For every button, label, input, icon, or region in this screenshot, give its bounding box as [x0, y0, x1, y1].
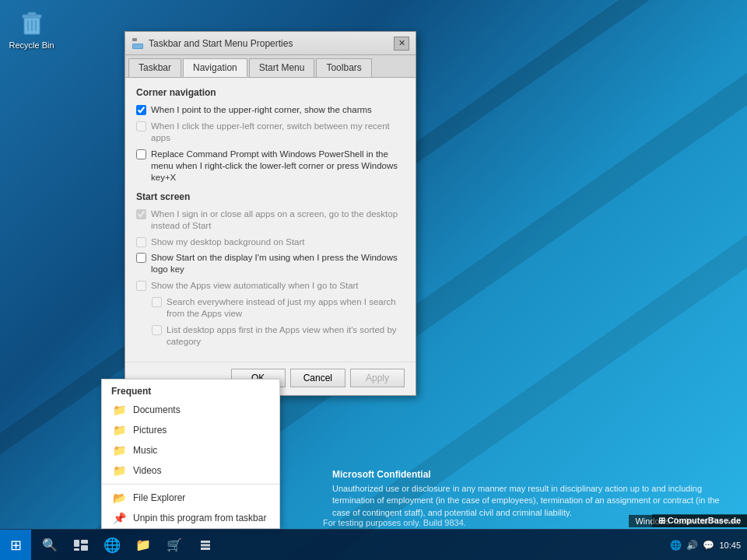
show-start-checkbox[interactable]	[136, 253, 146, 263]
checkbox-row-1: When I point to the upper-right corner, …	[136, 104, 405, 116]
store-icon[interactable]: 🛒	[159, 530, 190, 561]
file-explorer-icon: 📂	[111, 492, 127, 504]
music-label: Music	[133, 445, 157, 456]
popup-item-file-explorer[interactable]: 📂 File Explorer	[102, 488, 279, 508]
svg-rect-11	[81, 545, 88, 551]
start-screen-title: Start screen	[136, 191, 405, 202]
videos-label: Videos	[133, 465, 161, 476]
taskbar-taskview-icon[interactable]	[65, 530, 96, 561]
corner-nav-title: Corner navigation	[136, 87, 405, 98]
charms-label: When I point to the upper-right corner, …	[151, 104, 372, 116]
powershell-checkbox[interactable]	[136, 149, 146, 159]
list-desktop-checkbox[interactable]	[152, 325, 162, 335]
search-everywhere-label: Search everywhere instead of just my app…	[167, 296, 405, 320]
computerbase-logo: ⊞ ComputerBase.de	[658, 516, 741, 526]
file-explorer-label: File Explorer	[133, 492, 185, 503]
dialog-tabs: Taskbar Navigation Start Menu Toolbars	[125, 55, 416, 78]
unpin-label: Unpin this program from taskbar	[133, 513, 266, 523]
switch-apps-checkbox[interactable]	[136, 121, 146, 131]
svg-rect-13	[201, 541, 210, 543]
list-desktop-label: List desktop apps first in the Apps view…	[167, 324, 405, 348]
goto-desktop-checkbox[interactable]	[136, 209, 146, 219]
svg-rect-12	[74, 548, 79, 551]
checkbox-row-8: Search everywhere instead of just my app…	[152, 296, 405, 320]
folder-icon-music: 📁	[111, 444, 127, 457]
build-text: For testing purposes only. Build 9834.	[323, 518, 466, 527]
internet-explorer-icon[interactable]: 🌐	[96, 530, 128, 561]
goto-desktop-label: When I sign in or close all apps on a sc…	[151, 208, 405, 232]
recycle-bin-label: Recycle Bin	[9, 40, 54, 51]
taskbar-properties-dialog: Taskbar and Start Menu Properties ✕ Task…	[124, 31, 416, 396]
tab-toolbars[interactable]: Toolbars	[316, 58, 371, 77]
folder-icon-documents: 📁	[111, 404, 127, 416]
desktop-bg-checkbox[interactable]	[136, 237, 146, 247]
popup-item-unpin[interactable]: 📌 Unpin this program from taskbar	[102, 508, 279, 528]
action-center-icon[interactable]: 💬	[703, 540, 714, 551]
charms-checkbox[interactable]	[136, 105, 146, 115]
tab-taskbar[interactable]: Taskbar	[128, 58, 181, 77]
cancel-button[interactable]: Cancel	[290, 369, 345, 387]
svg-rect-14	[201, 544, 210, 546]
popup-item-documents[interactable]: 📁 Documents	[102, 400, 279, 420]
documents-label: Documents	[133, 404, 181, 415]
svg-rect-2	[28, 12, 36, 16]
folder-icon-pictures: 📁	[111, 424, 127, 436]
popup-separator	[102, 484, 279, 485]
dialog-title: Taskbar and Start Menu Properties	[149, 38, 293, 49]
search-everywhere-checkbox[interactable]	[152, 297, 162, 307]
checkbox-row-6: Show Start on the display I'm using when…	[136, 252, 405, 275]
pictures-label: Pictures	[133, 425, 167, 436]
svg-rect-7	[132, 38, 137, 41]
speaker-tray-icon[interactable]: 🔊	[686, 540, 698, 551]
recycle-bin-icon[interactable]: Recycle Bin	[6, 6, 57, 51]
taskbar-settings-icon[interactable]	[190, 530, 221, 561]
unpin-icon: 📌	[111, 512, 127, 524]
desktop-bg-label: Show my desktop background on Start	[151, 236, 305, 248]
tab-startmenu[interactable]: Start Menu	[249, 58, 315, 77]
popup-menu: Frequent 📁 Documents 📁 Pictures 📁 Music …	[101, 379, 280, 529]
popup-item-videos[interactable]: 📁 Videos	[102, 460, 279, 481]
taskbar: ⊞ 🔍 🌐 📁 🛒	[0, 529, 747, 560]
apply-button[interactable]: Apply	[350, 369, 405, 387]
confidential-title: Microsoft Confidential	[332, 469, 738, 480]
show-start-label: Show Start on the display I'm using when…	[151, 252, 405, 275]
folder-icon-videos: 📁	[111, 464, 127, 477]
apps-view-label: Show the Apps view automatically when I …	[151, 280, 359, 292]
svg-rect-9	[74, 540, 79, 547]
checkbox-row-4: When I sign in or close all apps on a sc…	[136, 208, 405, 232]
popup-section-title: Frequent	[102, 380, 279, 400]
powershell-label: Replace Command Prompt with Windows Powe…	[151, 149, 405, 184]
tab-navigation[interactable]: Navigation	[183, 58, 247, 77]
file-explorer-taskbar-icon[interactable]: 📁	[128, 530, 159, 561]
checkbox-row-7: Show the Apps view automatically when I …	[136, 280, 405, 292]
desktop: Recycle Bin Taskbar and Start Menu Prope…	[0, 0, 747, 560]
system-tray: 🌐 🔊 💬 10:45	[670, 540, 747, 551]
checkbox-row-9: List desktop apps first in the Apps view…	[152, 324, 405, 348]
computerbase-watermark: ⊞ ComputerBase.de	[652, 514, 747, 527]
checkbox-row-2: When I click the upper-left corner, swit…	[136, 121, 405, 144]
popup-item-pictures[interactable]: 📁 Pictures	[102, 420, 279, 440]
clock-time: 10:45	[719, 541, 741, 550]
dialog-close-button[interactable]: ✕	[394, 37, 409, 51]
apps-view-checkbox[interactable]	[136, 281, 146, 291]
taskbar-icons: 🔍 🌐 📁 🛒	[31, 530, 224, 561]
system-clock[interactable]: 10:45	[719, 541, 741, 550]
checkbox-row-3: Replace Command Prompt with Windows Powe…	[136, 149, 405, 184]
dialog-content: Corner navigation When I point to the up…	[125, 78, 416, 362]
windows-logo: ⊞	[10, 537, 22, 554]
svg-rect-15	[201, 548, 210, 550]
switch-apps-label: When I click the upper-left corner, swit…	[151, 121, 405, 144]
start-button[interactable]: ⊞	[0, 530, 31, 561]
svg-rect-8	[133, 44, 142, 48]
svg-rect-10	[81, 540, 88, 544]
taskbar-search-icon[interactable]: 🔍	[34, 530, 65, 561]
network-tray-icon[interactable]: 🌐	[670, 540, 682, 551]
checkbox-row-5: Show my desktop background on Start	[136, 236, 405, 248]
popup-item-music[interactable]: 📁 Music	[102, 440, 279, 460]
dialog-titlebar: Taskbar and Start Menu Properties ✕	[125, 32, 416, 55]
